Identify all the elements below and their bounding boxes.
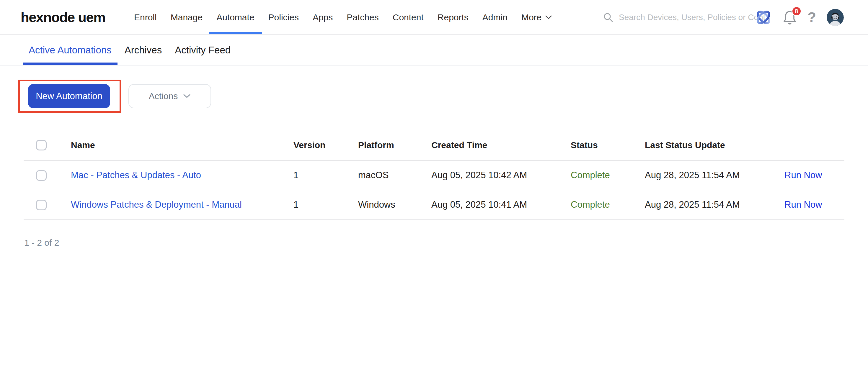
last-status-update-cell: Aug 28, 2025 11:54 AM — [645, 199, 784, 210]
actions-dropdown-button[interactable]: Actions — [128, 84, 211, 108]
help-icon[interactable]: ? — [807, 10, 816, 25]
platform-cell: macOS — [358, 170, 431, 180]
platform-cell: Windows — [358, 199, 431, 210]
search-icon — [603, 12, 614, 23]
nav-item-content[interactable]: Content — [393, 0, 424, 35]
created-time-cell: Aug 05, 2025 10:41 AM — [431, 199, 571, 210]
last-status-update-cell: Aug 28, 2025 11:54 AM — [645, 170, 784, 180]
notification-count-badge: 8 — [792, 6, 802, 16]
column-header-platform: Platform — [358, 140, 431, 150]
hexnode-logo: hexnode uem — [21, 9, 105, 25]
row-checkbox[interactable] — [36, 200, 46, 210]
tab-archives[interactable]: Archives — [125, 35, 162, 65]
table-row: Mac - Patches & Updates - Auto 1 macOS A… — [24, 161, 844, 190]
nav-item-more[interactable]: More — [521, 0, 552, 35]
run-now-link[interactable]: Run Now — [784, 170, 822, 180]
automation-name-link[interactable]: Windows Patches & Deployment - Manual — [71, 199, 242, 210]
tab-activity-feed[interactable]: Activity Feed — [175, 35, 230, 65]
table-row: Windows Patches & Deployment - Manual 1 … — [24, 190, 844, 220]
avatar-image — [827, 9, 844, 26]
pagination-summary: 1 - 2 of 2 — [24, 238, 59, 248]
created-time-cell: Aug 05, 2025 10:42 AM — [431, 170, 571, 180]
column-header-name: Name — [71, 140, 293, 150]
table-header-row: Name Version Platform Created Time Statu… — [24, 130, 844, 161]
select-all-checkbox[interactable] — [36, 140, 46, 150]
column-header-status: Status — [571, 140, 645, 150]
automate-sub-tabs: Active Automations Archives Activity Fee… — [0, 35, 868, 66]
column-header-last-status-update: Last Status Update — [645, 140, 784, 150]
main-nav: Enroll Manage Automate Policies Apps Pat… — [134, 0, 552, 35]
status-badge: Complete — [571, 170, 645, 180]
notifications-button[interactable]: 8 — [783, 10, 797, 25]
version-cell: 1 — [293, 170, 358, 180]
top-navigation-bar: hexnode uem Enroll Manage Automate Polic… — [0, 0, 868, 35]
nav-item-apps[interactable]: Apps — [313, 0, 333, 35]
status-badge: Complete — [571, 199, 645, 210]
chevron-down-icon — [545, 15, 552, 20]
nav-item-manage[interactable]: Manage — [170, 0, 203, 35]
global-search — [603, 0, 766, 35]
column-header-version: Version — [293, 140, 358, 150]
automations-table: Name Version Platform Created Time Statu… — [24, 130, 844, 220]
automation-name-link[interactable]: Mac - Patches & Updates - Auto — [71, 170, 201, 180]
nav-item-reports[interactable]: Reports — [438, 0, 469, 35]
nav-item-patches[interactable]: Patches — [347, 0, 378, 35]
run-now-link[interactable]: Run Now — [784, 199, 822, 210]
row-checkbox[interactable] — [36, 170, 46, 181]
user-avatar[interactable] — [827, 9, 844, 26]
genie-atom-icon[interactable] — [755, 9, 772, 26]
search-input[interactable] — [618, 12, 766, 23]
nav-item-policies[interactable]: Policies — [268, 0, 299, 35]
column-header-created-time: Created Time — [431, 140, 571, 150]
nav-item-admin[interactable]: Admin — [483, 0, 507, 35]
nav-item-automate[interactable]: Automate — [216, 0, 254, 35]
version-cell: 1 — [293, 199, 358, 210]
new-automation-button[interactable]: New Automation — [28, 84, 110, 108]
tab-active-automations[interactable]: Active Automations — [29, 35, 112, 65]
chevron-down-icon — [183, 94, 191, 99]
nav-item-enroll[interactable]: Enroll — [134, 0, 157, 35]
topbar-icons: 8 ? — [755, 0, 844, 35]
